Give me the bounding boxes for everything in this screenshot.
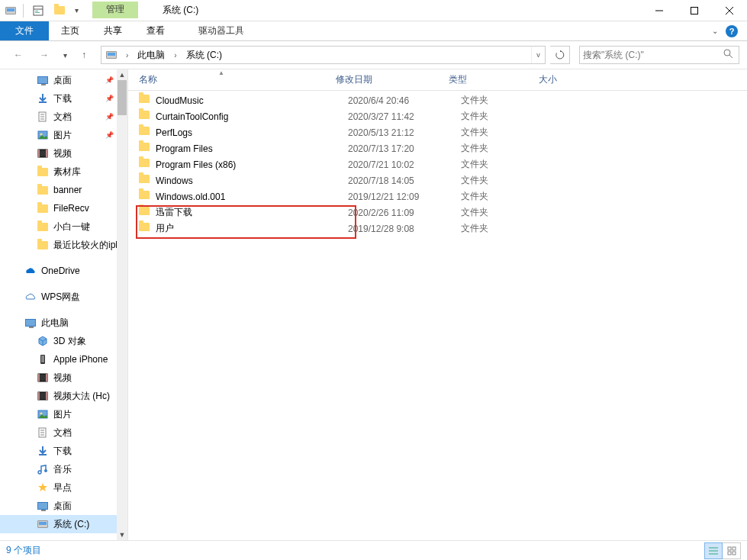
scroll-down-icon[interactable]: ▼ [117,529,127,540]
qat-customize[interactable]: ▾ [72,2,80,19]
scroll-thumb[interactable] [118,80,127,115]
tree-item[interactable]: 桌面📌 [0,71,127,89]
file-row[interactable]: Program Files2020/7/13 17:20文件夹 [128,140,747,156]
file-modified: 2020/5/13 21:12 [348,127,461,138]
tree-item[interactable]: FileRecv [0,199,127,217]
tree-item[interactable]: 视频 [0,144,127,163]
address-bar[interactable]: › 此电脑 › 系统 (C:) v [101,46,546,64]
tab-drive-tools[interactable]: 驱动器工具 [186,21,256,40]
file-name: 迅雷下载 [156,206,348,219]
file-name: CloudMusic [156,95,348,106]
breadcrumb-root-sep[interactable]: › [120,47,134,63]
nav-forward-button[interactable]: → [34,44,55,66]
file-type: 文件夹 [461,110,551,123]
tree-item[interactable]: 桌面 [0,497,127,515]
titlebar: ▾ 管理 系统 (C:) [0,0,747,21]
file-row[interactable]: 迅雷下载2020/2/26 11:09文件夹 [128,204,747,220]
tree-label: 音乐 [53,463,72,476]
tree-item[interactable]: 图片📌 [0,126,127,144]
file-modified: 2019/12/28 9:08 [348,224,461,234]
pin-icon: 📌 [105,131,114,139]
tree-label: 视频 [53,372,72,385]
3d-objects-icon [37,335,49,347]
tree-item[interactable]: 此电脑 [0,314,127,332]
maximize-button[interactable] [677,0,712,21]
tree-item[interactable]: 文档📌 [0,108,127,126]
nav-up-button[interactable]: ↑ [75,44,93,66]
minimize-button[interactable] [642,0,677,21]
folder-icon [139,223,151,235]
view-large-icons-button[interactable] [723,542,741,559]
help-icon[interactable]: ? [726,25,738,37]
tab-view[interactable]: 查看 [134,21,177,40]
tree-item[interactable]: 系统 (C:) [0,515,127,533]
svg-rect-23 [38,374,40,381]
drive-icon [37,518,49,530]
refresh-button[interactable] [550,46,570,64]
file-row[interactable]: Windows.old.0012019/12/21 12:09文件夹 [128,188,747,204]
breadcrumb-sep[interactable]: › [168,47,182,63]
tree-item[interactable]: 下载 [0,442,127,460]
search-icon[interactable] [723,49,736,61]
folder-icon [139,207,151,219]
svg-point-29 [40,413,43,415]
file-modified: 2020/7/21 10:02 [348,159,461,170]
svg-line-9 [729,55,733,58]
column-name[interactable]: 名称 [139,73,336,86]
breadcrumb-current[interactable]: 系统 (C:) [183,47,225,63]
svg-rect-19 [46,150,47,157]
file-modified: 2020/6/4 20:46 [348,95,461,106]
navpane-scrollbar[interactable]: ▲ ▼ [117,69,127,540]
tree-item[interactable]: 视频大法 (Hc) [0,387,127,405]
tree-label: 文档 [53,111,72,124]
nav-back-button[interactable]: ← [8,44,29,66]
tree-label: FileRecv [53,203,89,214]
tree-item[interactable]: 文档 [0,423,127,442]
tree-label: OneDrive [41,266,80,276]
scroll-up-icon[interactable]: ▲ [117,69,127,80]
file-list-pane: ▲ 名称 修改日期 类型 大小 CloudMusic2020/6/4 20:46… [128,69,747,540]
close-button[interactable] [712,0,747,21]
contextual-tab-label: 管理 [92,2,138,18]
qat-properties[interactable] [30,2,47,19]
tree-item[interactable]: 素材库 [0,163,127,181]
file-row[interactable]: 用户2019/12/28 9:08文件夹 [128,220,747,237]
tree-item[interactable]: 最近比较火的ipl [0,236,127,254]
tree-item[interactable]: banner [0,181,127,199]
tab-home[interactable]: 主页 [49,21,92,40]
nav-history-dropdown[interactable]: ▾ [60,44,70,66]
tab-share[interactable]: 共享 [92,21,134,40]
file-name: Windows.old.001 [156,191,348,202]
column-size[interactable]: 大小 [539,73,747,86]
column-type[interactable]: 类型 [449,73,539,86]
view-details-button[interactable] [704,542,723,559]
tree-item[interactable]: 音乐 [0,460,127,478]
tree-item[interactable]: 3D 对象 [0,332,127,350]
address-dropdown[interactable]: v [531,47,545,63]
file-row[interactable]: PerfLogs2020/5/13 21:12文件夹 [128,124,747,140]
search-input[interactable] [583,50,723,60]
column-modified[interactable]: 修改日期 [336,73,449,86]
tree-item[interactable]: 下载📌 [0,89,127,108]
tree-label: banner [53,185,82,195]
qat-folder-icon[interactable] [51,2,68,19]
tree-item[interactable]: 图片 [0,405,127,423]
tree-item[interactable]: WPS网盘 [0,288,127,306]
tab-file[interactable]: 文件 [0,21,49,40]
file-type: 文件夹 [461,94,551,107]
tree-item[interactable]: Apple iPhone [0,350,127,369]
tree-item[interactable]: 小白一键 [0,217,127,236]
ribbon-collapse-icon[interactable]: ⌄ [712,27,718,35]
download-icon [37,92,49,105]
tree-label: 桌面 [53,74,72,87]
pin-icon: 📌 [105,76,114,84]
file-row[interactable]: CurtainToolConfig2020/3/27 11:42文件夹 [128,108,747,124]
breadcrumb-thispc[interactable]: 此电脑 [134,47,168,63]
tree-item[interactable]: 视频 [0,369,127,387]
file-row[interactable]: Program Files (x86)2020/7/21 10:02文件夹 [128,156,747,172]
search-box[interactable] [579,46,739,64]
tree-item[interactable]: OneDrive [0,262,127,280]
file-row[interactable]: CloudMusic2020/6/4 20:46文件夹 [128,92,747,108]
tree-item[interactable]: 早点 [0,478,127,497]
file-row[interactable]: Windows2020/7/18 14:05文件夹 [128,172,747,188]
